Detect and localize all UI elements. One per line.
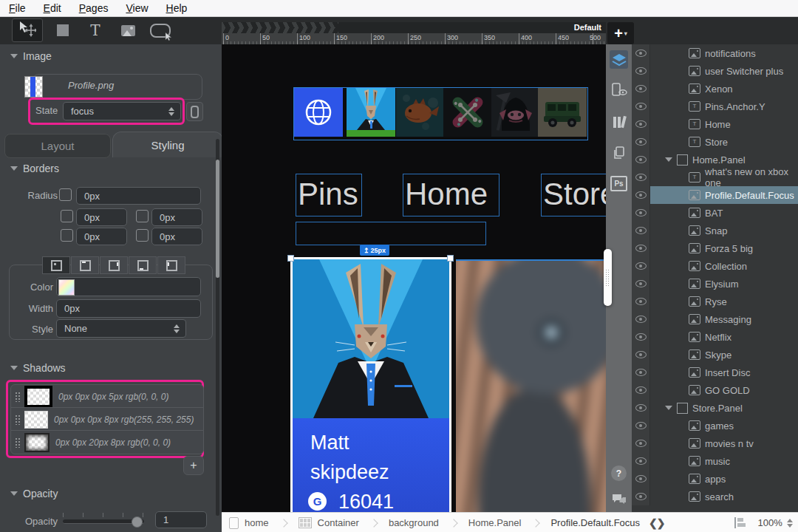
expand-triangle-icon[interactable] [665,157,672,162]
drag-handle-icon[interactable] [15,415,21,425]
visibility-eye-icon[interactable] [632,470,650,488]
radius-bl-checkbox[interactable] [61,229,73,242]
border-all-button[interactable] [42,256,70,274]
shadow-row[interactable]: 0px 0px 0px 8px rgb(255, 255, 255) [10,407,204,432]
breadcrumb-home[interactable]: home [245,517,269,528]
link-state-button[interactable] [186,102,203,121]
layer-row-ryse[interactable]: Ryse [632,293,798,310]
borders-section-header[interactable]: Borders [10,163,59,174]
layer-row-forza[interactable]: Forza 5 big [632,239,798,257]
visibility-eye-icon[interactable] [632,346,650,364]
rectangle-tool[interactable] [50,19,75,41]
menu-pages[interactable]: Pages [70,2,117,14]
visibility-eye-icon[interactable] [632,222,650,239]
layer-row-apps[interactable]: apps [632,470,798,488]
select-move-tool[interactable] [12,18,43,42]
visibility-eye-icon[interactable] [632,310,650,328]
profile-card[interactable]: Matt skipdeez G 16041 [290,257,451,512]
radius-tr-checkbox[interactable] [136,210,149,222]
layer-row-collection[interactable]: Collection [632,257,798,275]
add-shadow-button[interactable]: + [183,456,204,475]
visibility-eye-icon[interactable] [632,98,650,115]
visibility-eye-icon[interactable] [632,364,650,381]
canvas-scrollbar[interactable] [604,249,612,306]
image-file-box[interactable] [33,74,202,100]
shadow-row[interactable]: 0px 0px 0px 5px rgb(0, 0, 0) [10,384,204,409]
radius-bl-field[interactable]: 0px [76,228,127,245]
visibility-eye-icon[interactable] [632,168,650,186]
border-bottom-button[interactable] [129,256,157,274]
menu-view[interactable]: View [117,2,157,14]
nav-pins-text[interactable]: Pins [296,174,362,216]
layers-panel-button[interactable] [610,50,628,69]
visibility-eye-icon[interactable] [632,62,650,80]
design-canvas[interactable]: Pins Home Store ↥ 25px M [222,44,606,512]
radius-br-checkbox[interactable] [136,229,149,242]
radius-br-field[interactable]: 0px [151,228,202,245]
shadows-section-header[interactable]: Shadows [10,362,66,374]
background-photo[interactable] [456,259,606,512]
skateboards-tile[interactable] [443,88,492,137]
layer-row-whats-new[interactable]: Twhat's new on xbox one [632,168,798,186]
expand-triangle-icon[interactable] [665,406,672,410]
visibility-eye-icon[interactable] [632,133,650,151]
color-swatch[interactable] [58,279,75,296]
radius-tl-field[interactable]: 0px [76,208,127,226]
layer-row-elysium[interactable]: Elysium [632,275,798,293]
text-tool[interactable]: T [83,19,108,41]
layer-row-notifications[interactable]: notifications [632,44,798,62]
breadcrumb-profile-default-focus[interactable]: Profile.Default.Focus [550,517,640,528]
border-style-dropdown[interactable]: None [56,319,186,338]
menu-file[interactable]: File [0,2,35,14]
panel-scrollbar-thumb[interactable] [216,160,219,278]
layer-row-movies[interactable]: movies n tv [632,434,798,452]
rabbit-profile-tile[interactable] [347,88,395,137]
whats-new-outline[interactable] [296,222,486,245]
layer-row-pins-anchor[interactable]: TPins.Anchor.Y [632,98,798,115]
menu-help[interactable]: Help [157,2,197,14]
radius-tl-checkbox[interactable] [61,210,73,222]
button-tool[interactable] [148,19,173,41]
visibility-eye-icon[interactable] [632,44,650,62]
layer-row-music[interactable]: music [632,452,798,470]
drag-handle-icon[interactable] [15,437,21,448]
drag-handle-icon[interactable] [15,392,21,402]
layer-row-store[interactable]: TStore [632,133,798,151]
image-tool[interactable] [115,19,140,41]
code-icon[interactable]: ❮❯ [649,517,664,529]
slider-knob[interactable] [132,516,143,528]
layer-row-home[interactable]: THome [632,115,798,133]
layer-row-profile-default-focus[interactable]: Profile.Default.Focus [632,186,798,204]
visibility-eye-icon[interactable] [632,399,650,417]
visibility-eye-icon[interactable] [632,115,650,133]
ninja-tile[interactable] [491,88,540,137]
visibility-eye-icon[interactable] [632,204,650,222]
visibility-eye-icon[interactable] [632,488,650,505]
visibility-eye-icon[interactable] [632,434,650,452]
visibility-eye-icon[interactable] [632,275,650,293]
nav-store-text[interactable]: Store [541,174,606,216]
breakpoint-strip[interactable]: Default [222,22,606,33]
layer-row-user-switcher[interactable]: user Switcher plus [632,62,798,80]
image-section-header[interactable]: Image [10,50,52,62]
layer-row-snap[interactable]: Snap [632,222,798,239]
resize-handle[interactable] [287,255,294,262]
layer-row-netflix[interactable]: Netflix [632,328,798,346]
visibility-eye-icon[interactable] [632,257,650,275]
breadcrumb-background[interactable]: background [389,517,439,528]
border-right-button[interactable] [100,256,128,274]
border-color-field[interactable] [56,277,201,296]
border-left-button[interactable] [157,256,185,274]
layer-row-search[interactable]: search [632,488,798,505]
layer-row-messaging[interactable]: Messaging [632,310,798,328]
pages-button[interactable] [610,143,628,162]
visibility-eye-icon[interactable] [632,417,650,434]
visibility-eye-icon[interactable] [632,381,650,399]
tab-layout[interactable]: Layout [4,134,111,158]
visibility-eye-icon[interactable] [632,80,650,98]
layer-row-store-panel[interactable]: Store.Panel [632,399,798,417]
zoom-stepper-icon[interactable] [787,519,793,528]
border-top-button[interactable] [71,256,99,274]
visibility-eye-icon[interactable] [632,186,650,204]
visibility-eye-icon[interactable] [632,293,650,310]
